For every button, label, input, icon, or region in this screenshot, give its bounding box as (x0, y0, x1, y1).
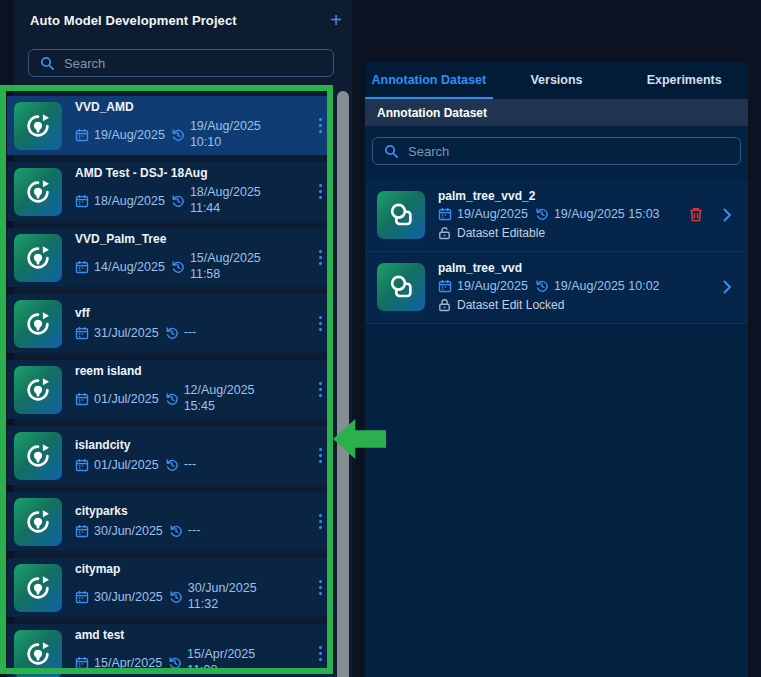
updated-date-group: 12/Aug/2025 15:45 (165, 383, 277, 414)
updated-date-group: 15/Apr/2025 11:08 (168, 647, 280, 677)
project-info: amd test 15/Apr/2025 (75, 628, 317, 677)
clock-icon (165, 458, 179, 472)
created-date: 15/Apr/2025 (94, 656, 162, 670)
updated-datetime: 15/Apr/2025 11:08 (187, 647, 280, 677)
project-info: islandcity 01/Jul/2025 (75, 438, 317, 473)
calendar-icon (75, 260, 89, 274)
project-list-item[interactable]: reem island 01/Jul/202 (7, 360, 333, 419)
dataset-list-item[interactable]: palm_tree_vvd 19/Aug/2 (365, 252, 748, 324)
project-list-item[interactable]: VVD_Palm_Tree 14/Aug/2 (7, 228, 333, 287)
updated-datetime: 18/Aug/2025 11:44 (190, 185, 283, 216)
project-list-item[interactable]: cityparks 30/Jun/2025 (7, 492, 333, 551)
kebab-menu-icon[interactable] (317, 246, 324, 269)
updated-datetime: --- (188, 523, 281, 539)
project-icon (14, 300, 62, 348)
updated-datetime: 19/Aug/2025 10:10 (190, 119, 283, 150)
add-project-button[interactable]: + (330, 11, 342, 29)
project-list-item[interactable]: VVD_AMD 19/Aug/2025 (7, 96, 333, 155)
clock-icon (165, 392, 179, 406)
project-search-input[interactable]: Search (28, 49, 334, 77)
updated-datetime: --- (184, 457, 277, 473)
updated-datetime: 19/Aug/2025 15:03 (554, 207, 660, 221)
created-date: 14/Aug/2025 (94, 260, 165, 274)
tab-label: Annotation Dataset (372, 73, 487, 87)
clock-icon (169, 524, 183, 538)
chevron-right-icon[interactable] (723, 208, 732, 222)
created-date: 30/Jun/2025 (94, 590, 163, 604)
project-name: VVD_Palm_Tree (75, 232, 317, 246)
updated-date-group: 19/Aug/2025 10:10 (171, 119, 283, 150)
dataset-search-input[interactable]: Search (372, 137, 741, 165)
updated-date-group: --- (169, 523, 281, 539)
trash-icon[interactable] (689, 207, 703, 222)
updated-datetime: --- (184, 325, 277, 341)
updated-date-group: 19/Aug/2025 10:02 (535, 279, 660, 293)
dataset-name: palm_tree_vvd_2 (438, 189, 689, 203)
updated-date-group: 19/Aug/2025 15:03 (535, 207, 660, 221)
updated-datetime: 12/Aug/2025 15:45 (184, 383, 277, 414)
tab[interactable]: Annotation Dataset (365, 62, 493, 99)
kebab-menu-icon[interactable] (317, 576, 324, 599)
created-date: 19/Aug/2025 (457, 207, 528, 221)
project-list-item[interactable]: amd test 15/Apr/2025 (7, 624, 333, 677)
project-info: cityparks 30/Jun/2025 (75, 504, 317, 539)
project-info: VVD_AMD 19/Aug/2025 (75, 100, 317, 150)
project-meta: 30/Jun/2025 30/Jun/2025 11:32 (75, 581, 317, 612)
sidebar-scrollbar[interactable] (337, 91, 349, 677)
project-name: reem island (75, 364, 317, 378)
created-date: 31/Jul/2025 (94, 326, 159, 340)
search-icon (40, 56, 55, 71)
sidebar-title: Auto Model Development Project (30, 13, 237, 28)
dataset-list: palm_tree_vvd_2 19/Aug (365, 180, 748, 324)
chevron-right-icon[interactable] (723, 280, 732, 294)
project-name: AMD Test - DSJ- 18Aug (75, 166, 317, 180)
updated-datetime: 30/Jun/2025 11:32 (188, 581, 281, 612)
kebab-menu-icon[interactable] (317, 378, 324, 401)
project-list-item[interactable]: citymap 30/Jun/2025 (7, 558, 333, 617)
created-date-group: 30/Jun/2025 (75, 590, 163, 604)
updated-date-group: --- (165, 457, 277, 473)
created-date-group: 19/Aug/2025 (438, 279, 528, 293)
project-meta: 30/Jun/2025 --- (75, 523, 317, 539)
project-icon (14, 498, 62, 546)
project-meta: 01/Jul/2025 --- (75, 457, 317, 473)
created-date-group: 14/Aug/2025 (75, 260, 165, 274)
clock-icon (535, 207, 549, 221)
project-meta: 19/Aug/2025 19/Aug/2025 10:10 (75, 119, 317, 150)
calendar-icon (75, 326, 89, 340)
tab[interactable]: Experiments (620, 62, 748, 99)
dataset-meta: 19/Aug/2025 19/Aug/2025 15:03 (438, 207, 689, 221)
kebab-menu-icon[interactable] (317, 444, 324, 467)
kebab-menu-icon[interactable] (317, 642, 324, 665)
created-date-group: 01/Jul/2025 (75, 392, 159, 406)
dataset-list-item[interactable]: palm_tree_vvd_2 19/Aug (365, 180, 748, 252)
project-list-item[interactable]: AMD Test - DSJ- 18Aug (7, 162, 333, 221)
created-date: 19/Aug/2025 (457, 279, 528, 293)
detail-panel: Annotation Dataset Versions Experiments … (365, 62, 748, 677)
project-icon (14, 630, 62, 677)
lock-open-icon (438, 226, 451, 240)
tab[interactable]: Versions (493, 62, 621, 99)
clock-icon (169, 590, 183, 604)
project-name: islandcity (75, 438, 317, 452)
created-date-group: 18/Aug/2025 (75, 194, 165, 208)
tab-label: Experiments (647, 73, 722, 87)
project-list-item[interactable]: islandcity 01/Jul/2025 (7, 426, 333, 485)
dataset-icon (377, 263, 425, 311)
created-date: 01/Jul/2025 (94, 392, 159, 406)
dataset-status-label: Dataset Edit Locked (457, 298, 564, 312)
dataset-info: palm_tree_vvd_2 19/Aug (438, 189, 689, 240)
project-list: VVD_AMD 19/Aug/2025 (7, 96, 333, 677)
project-icon (14, 366, 62, 414)
kebab-menu-icon[interactable] (317, 180, 324, 203)
kebab-menu-icon[interactable] (317, 510, 324, 533)
project-icon (14, 432, 62, 480)
calendar-icon (75, 194, 89, 208)
kebab-menu-icon[interactable] (317, 312, 324, 335)
calendar-icon (75, 458, 89, 472)
project-icon (14, 102, 62, 150)
created-date-group: 19/Aug/2025 (75, 128, 165, 142)
project-list-item[interactable]: vff 31/Jul/2025 (7, 294, 333, 353)
project-info: AMD Test - DSJ- 18Aug (75, 166, 317, 216)
kebab-menu-icon[interactable] (317, 114, 324, 137)
